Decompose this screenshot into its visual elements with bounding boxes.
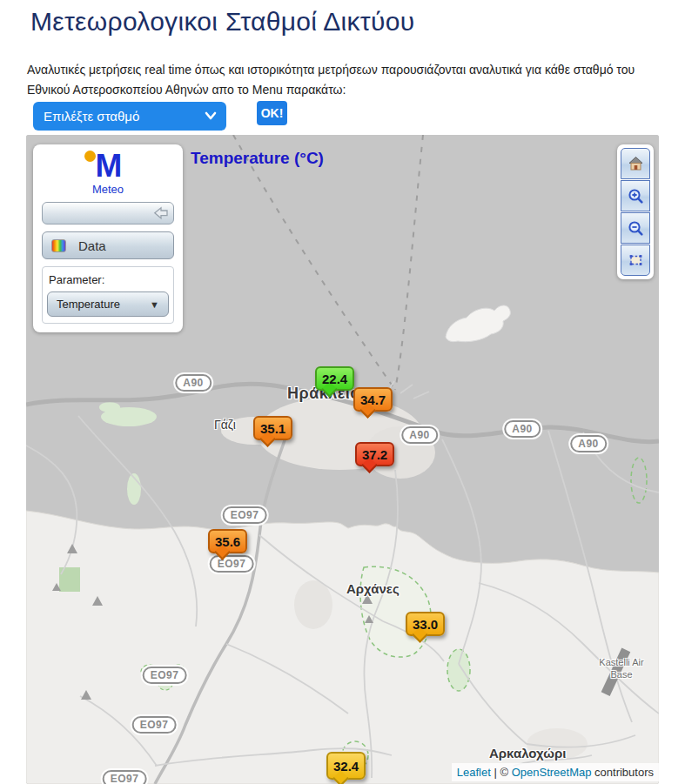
temperature-marker[interactable]: 22.4 [315,366,354,391]
temperature-marker[interactable]: 33.0 [406,612,445,636]
parameter-section: Parameter: Temperature ▼ [42,266,174,324]
place-label: Γάζι [214,418,236,432]
temperature-marker[interactable]: 32.4 [326,752,366,780]
marker-value: 34.7 [360,392,386,407]
temperature-marker[interactable]: 35.6 [208,529,247,553]
station-select[interactable]: Επιλέξτε σταθμό [33,102,226,131]
home-button[interactable] [621,148,650,179]
temperature-marker[interactable]: 37.2 [355,442,394,466]
page-title: Μετεωρολογικοι Σταθμοί Δικτύου [30,7,414,37]
road-shield: A90 [504,420,541,438]
parameter-label: Parameter: [49,273,169,286]
ok-button[interactable]: OK! [257,101,287,125]
marker-value: 32.4 [333,759,359,774]
osm-link[interactable]: OpenStreetMap [512,766,592,779]
road-shield: A90 [175,374,212,392]
home-icon [628,156,644,171]
road-shield: A90 [570,435,607,452]
zoom-in-icon [628,188,644,204]
search-box[interactable] [42,202,174,224]
marker-value: 35.6 [215,534,240,549]
intro-text: Αναλυτικές μετρήσεις real time όπως και … [27,60,657,100]
meteo-panel: M Meteo Data Parameter: Temperature ▼ [33,144,183,332]
temperature-marker[interactable]: 35.1 [253,416,292,440]
station-select-wrap: Επιλέξτε σταθμό [33,102,226,131]
data-button[interactable]: Data [42,231,174,259]
palette-icon [51,239,66,252]
place-label: Kastelli Air Base [590,657,653,681]
marker-value: 33.0 [413,617,438,632]
attribution: Leaflet | © OpenStreetMap contributors [452,763,659,781]
caret-down-icon: ▼ [150,299,159,310]
temperature-marker[interactable]: 34.7 [353,387,393,412]
meteo-logo: M Meteo [42,150,174,198]
attribution-separator: | [491,766,500,779]
map-container[interactable]: Temperature (°C) M Meteo Data Parameter:… [26,135,659,784]
road-shield: EO97 [143,667,187,684]
road-shield: EO97 [210,555,254,573]
data-button-label: Data [78,238,106,253]
marker-value: 22.4 [322,372,347,386]
zoom-box-icon [628,252,644,268]
place-label: Αρχάνες [346,581,400,596]
leaflet-link[interactable]: Leaflet [457,766,491,779]
road-shield: EO97 [103,770,147,784]
parameter-value: Temperature [57,298,120,311]
road-shield: EO97 [223,506,267,524]
zoom-out-button[interactable] [621,212,650,244]
arrow-left-icon [153,206,169,220]
map-controls [617,144,654,279]
parameter-select[interactable]: Temperature ▼ [47,291,169,317]
page: Μετεωρολογικοι Σταθμοί Δικτύου Αναλυτικέ… [0,0,685,784]
attribution-copyright: © [500,766,511,779]
zoom-in-button[interactable] [621,180,650,211]
zoom-box-button[interactable] [621,245,650,276]
logo-m-icon: M [42,150,174,182]
map-title: Temperature (°C) [191,149,324,168]
logo-brand: Meteo [42,183,174,196]
place-label: Αρκαλοχώρι [489,746,566,761]
zoom-out-icon [628,220,644,237]
marker-value: 35.1 [260,421,285,436]
road-shield: EO97 [132,716,177,734]
road-shield: A90 [401,426,438,444]
logo-dot-icon [84,151,96,162]
attribution-contributors: contributors [591,766,654,779]
marker-value: 37.2 [362,447,387,462]
